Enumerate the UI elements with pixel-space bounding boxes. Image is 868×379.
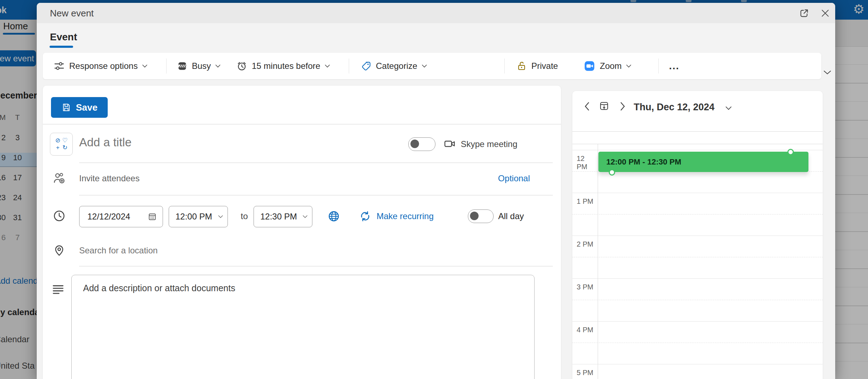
response-options-button[interactable]: Response options <box>53 53 148 79</box>
divider <box>43 124 561 125</box>
event-tab-underline <box>50 46 73 48</box>
start-time-field[interactable]: 12:00 PM <box>169 206 228 227</box>
response-options-label: Response options <box>69 61 138 71</box>
collapse-toolbar-chevron[interactable] <box>822 69 832 76</box>
start-time-value: 12:00 PM <box>175 212 212 222</box>
all-day-label: All day <box>498 211 524 221</box>
chevron-down-icon <box>215 64 221 68</box>
hour-label: 5 PM <box>577 369 596 377</box>
event-resize-handle-top[interactable] <box>787 149 794 155</box>
event-icon-picker-button[interactable]: ⊘♡+↻ <box>50 133 73 156</box>
preview-date-dropdown[interactable]: Thu, Dec 12, 2024 <box>634 102 715 113</box>
new-event-dialog: New event Event <box>37 3 835 379</box>
toggle-knob <box>410 140 419 148</box>
chevron-down-icon <box>142 64 148 68</box>
event-resize-handle-bottom[interactable] <box>609 169 615 176</box>
timezone-globe-icon[interactable] <box>327 210 340 223</box>
categorize-label: Categorize <box>376 61 417 71</box>
divider <box>79 162 553 163</box>
tag-icon <box>361 61 372 71</box>
half-hour-line <box>572 343 823 343</box>
recurrence-icon <box>359 210 372 223</box>
previous-day-button[interactable] <box>581 100 593 112</box>
title-input[interactable]: Add a title <box>79 136 350 152</box>
dialog-titlebar: New event <box>37 3 835 23</box>
half-hour-line <box>572 300 823 300</box>
description-textarea[interactable]: Add a description or attach documents <box>71 275 535 379</box>
reminder-button[interactable]: 15 minutes before <box>236 53 330 79</box>
zoom-label: Zoom <box>600 61 622 71</box>
hour-line <box>572 150 823 150</box>
response-options-icon <box>53 60 65 72</box>
end-time-value: 12:30 PM <box>260 212 297 222</box>
close-icon <box>821 9 830 18</box>
skype-meeting-label: Skype meeting <box>461 139 517 149</box>
toggle-knob <box>470 212 479 220</box>
save-icon <box>61 102 71 112</box>
invite-attendees-icon <box>52 171 66 185</box>
lock-open-icon <box>516 61 527 71</box>
invite-attendees-input[interactable]: Invite attendees <box>79 173 139 183</box>
chevron-down-icon <box>218 215 223 218</box>
date-picker-icon <box>148 212 157 221</box>
optional-attendees-link[interactable]: Optional <box>498 173 530 183</box>
location-pin-icon <box>52 243 66 257</box>
zoom-button[interactable]: Zoom <box>583 53 632 79</box>
popout-icon <box>799 8 809 18</box>
make-recurring-link[interactable]: Make recurring <box>377 211 434 221</box>
hour-line <box>572 364 823 364</box>
chevron-down-icon <box>626 64 632 68</box>
all-day-row-top-border <box>572 131 823 132</box>
refresh-glyph: ↻ <box>62 145 68 151</box>
skype-meeting-toggle[interactable] <box>408 137 435 151</box>
hour-label: 1 PM <box>577 197 596 206</box>
dialog-title: New event <box>50 8 94 19</box>
chevron-down-icon <box>422 64 427 68</box>
go-to-date-button[interactable] <box>598 100 610 112</box>
hour-label: 4 PM <box>577 326 596 334</box>
divider <box>79 195 553 196</box>
plus-glyph: + <box>55 145 61 151</box>
half-hour-line <box>572 214 823 214</box>
clock-icon <box>52 209 66 223</box>
divider <box>79 266 553 267</box>
tab-event[interactable]: Event <box>50 31 77 43</box>
end-time-field[interactable]: 12:30 PM <box>254 206 312 227</box>
popout-button[interactable] <box>798 7 810 19</box>
busy-icon <box>177 61 188 71</box>
categorize-button[interactable]: Categorize <box>361 53 427 79</box>
toolbar-divider <box>504 59 505 74</box>
time-gutter-border <box>598 144 598 379</box>
day-preview-panel: Thu, Dec 12, 2024 12 PM 1 PM 2 PM 3 PM 4… <box>572 91 823 379</box>
private-label: Private <box>531 61 558 71</box>
event-form: Save ⊘♡+↻ Add a title Skype meeting <box>43 86 561 379</box>
toolbar-divider <box>658 59 659 74</box>
half-hour-line <box>572 257 823 257</box>
toolbar-divider <box>349 59 349 74</box>
hour-line <box>572 236 823 236</box>
chevron-down-icon <box>725 106 732 110</box>
more-options-button[interactable]: ... <box>669 53 679 79</box>
hour-label: 3 PM <box>577 283 596 291</box>
start-date-field[interactable]: 12/12/2024 <box>79 206 163 227</box>
busy-status-button[interactable]: Busy <box>177 53 221 79</box>
next-day-button[interactable] <box>617 100 629 112</box>
more-options-label: ... <box>669 60 679 72</box>
save-button[interactable]: Save <box>51 97 108 118</box>
hour-label: 12 PM <box>577 155 596 171</box>
close-button[interactable] <box>819 7 831 19</box>
toolbar-divider <box>166 59 167 74</box>
screen: Outlook ⚙ Home New event December M T 2 … <box>0 0 868 379</box>
hour-label: 2 PM <box>577 240 596 248</box>
video-camera-icon <box>443 137 456 150</box>
prohibit-glyph: ⊘ <box>55 137 61 144</box>
location-input[interactable]: Search for a location <box>79 246 158 256</box>
event-block[interactable]: 12:00 PM - 12:30 PM <box>598 152 808 172</box>
event-toolbar: Response options Busy 15 minu <box>43 53 821 79</box>
chevron-down-icon <box>302 215 308 218</box>
private-button[interactable]: Private <box>516 53 558 79</box>
calendar-jump-icon <box>598 100 610 112</box>
all-day-toggle[interactable] <box>468 209 494 223</box>
description-placeholder: Add a description or attach documents <box>83 283 235 293</box>
to-label: to <box>241 211 248 221</box>
